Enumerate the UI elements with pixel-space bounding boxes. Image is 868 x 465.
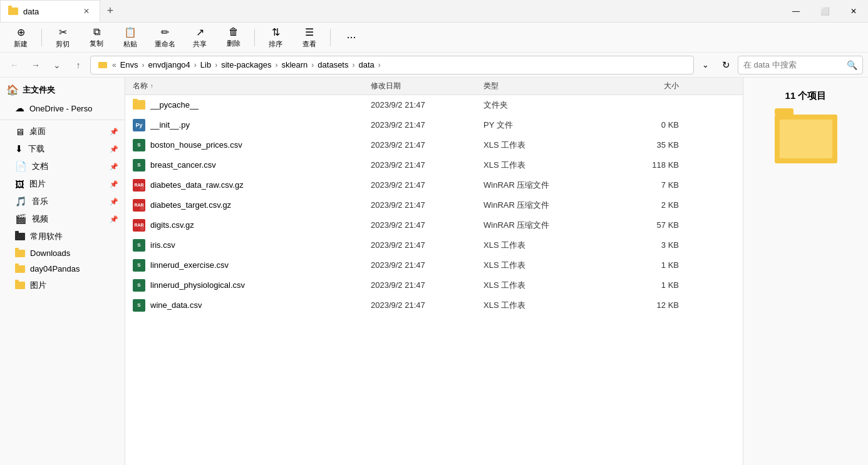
downloads-icon: ⬇ [15, 143, 23, 155]
breadcrumb-bar[interactable]: « Envs › envdjango4 › Lib › site-package… [90, 56, 694, 74]
file-date-cell: 2023/9/2 21:47 [368, 99, 481, 111]
copy-button[interactable]: ⧉ 复制 [81, 25, 112, 50]
rename-button[interactable]: ✏ 重命名 [148, 25, 182, 50]
sidebar-item-software[interactable]: 常用软件 [0, 228, 125, 245]
column-header-date[interactable]: 修改日期 [368, 79, 481, 93]
cut-icon: ✂ [59, 26, 67, 38]
cut-label: 剪切 [56, 39, 70, 49]
up-button[interactable]: ↑ [69, 56, 88, 74]
sidebar-item-onedrive[interactable]: ☁ OneDrive - Perso [0, 100, 125, 117]
maximize-button[interactable]: ⬜ [810, 0, 839, 22]
sidebar-item-downloads[interactable]: ⬇ 下载 📌 [0, 140, 125, 158]
tab-folder-icon [8, 8, 18, 15]
breadcrumb-item-datasets[interactable]: datasets [315, 59, 351, 71]
column-header-type[interactable]: 类型 [481, 79, 606, 93]
table-row[interactable]: S linnerud_exercise.csv 2023/9/2 21:47 X… [125, 255, 743, 275]
tab-title: data [23, 7, 39, 16]
pin-icon-music: 📌 [110, 198, 118, 206]
table-row[interactable]: RAR diabetes_data_raw.csv.gz 2023/9/2 21… [125, 175, 743, 195]
close-button[interactable]: ✕ [839, 0, 868, 22]
sidebar-pictures2-folder-icon [15, 282, 25, 289]
file-date-cell: 2023/9/2 21:47 [368, 299, 481, 311]
sidebar: 🏠 主文件夹 ☁ OneDrive - Perso 🖥 桌面 📌 ⬇ 下载 📌 … [0, 78, 125, 465]
sort-label: 排序 [269, 39, 282, 49]
back-button[interactable]: ← [5, 56, 24, 74]
sidebar-item-downloads2[interactable]: Downloads [0, 245, 125, 261]
sidebar-home-section[interactable]: 🏠 主文件夹 [0, 80, 125, 100]
sidebar-videos-label: 视频 [32, 213, 105, 225]
pin-icon-downloads: 📌 [110, 145, 118, 153]
table-row[interactable]: S breast_cancer.csv 2023/9/2 21:47 XLS 工… [125, 155, 743, 175]
view-icon: ☰ [305, 26, 314, 38]
new-button[interactable]: ⊕ 新建 [5, 25, 36, 50]
tab-close-button[interactable]: ✕ [81, 6, 92, 17]
file-name-cell: RAR digits.csv.gz [130, 218, 368, 233]
table-row[interactable]: RAR diabetes_target.csv.gz 2023/9/2 21:4… [125, 195, 743, 215]
breadcrumb-item-data[interactable]: data [356, 59, 376, 71]
file-type-cell: XLS 工作表 [481, 238, 606, 252]
rename-icon: ✏ [161, 26, 169, 38]
file-name-cell: RAR diabetes_target.csv.gz [130, 198, 368, 213]
folder-icon [133, 100, 145, 110]
more-button[interactable]: ··· [336, 25, 367, 50]
preview-panel: 11 个项目 [743, 78, 868, 465]
paste-button[interactable]: 📋 粘贴 [115, 25, 146, 50]
address-bar: ← → ⌄ ↑ « Envs › envdjango4 › Lib › site… [0, 53, 868, 78]
sort-button[interactable]: ⇅ 排序 [260, 25, 291, 50]
forward-button[interactable]: → [26, 56, 45, 74]
table-row[interactable]: Py __init__.py 2023/9/2 21:47 PY 文件 0 KB [125, 115, 743, 135]
sidebar-item-pictures[interactable]: 🖼 图片 📌 [0, 175, 125, 193]
refresh-button[interactable]: ↻ [716, 56, 735, 74]
breadcrumb-item-lib[interactable]: Lib [198, 59, 214, 71]
table-row[interactable]: S wine_data.csv 2023/9/2 21:47 XLS 工作表 1… [125, 295, 743, 315]
csv-icon: S [133, 259, 145, 272]
sidebar-item-music[interactable]: 🎵 音乐 📌 [0, 193, 125, 210]
sidebar-item-videos[interactable]: 🎬 视频 📌 [0, 210, 125, 228]
file-type-cell: XLS 工作表 [481, 158, 606, 172]
share-button[interactable]: ↗ 共享 [184, 25, 215, 50]
active-tab[interactable]: data ✕ [0, 0, 100, 22]
table-row[interactable]: S linnerud_physiological.csv 2023/9/2 21… [125, 275, 743, 295]
breadcrumb-item-sklearn[interactable]: sklearn [279, 59, 310, 71]
breadcrumb-site-packages-label: site-packages [221, 60, 271, 69]
gz-icon: RAR [133, 219, 145, 232]
table-row[interactable]: __pycache__ 2023/9/2 21:47 文件夹 [125, 95, 743, 115]
view-button[interactable]: ☰ 查看 [294, 25, 325, 50]
cut-button[interactable]: ✂ 剪切 [47, 25, 78, 50]
sidebar-item-pictures2[interactable]: 图片 [0, 277, 125, 294]
file-date-cell: 2023/9/2 21:47 [368, 259, 481, 271]
breadcrumb-item-envdjango4[interactable]: envdjango4 [146, 59, 193, 71]
table-row[interactable]: S iris.csv 2023/9/2 21:47 XLS 工作表 3 KB [125, 235, 743, 255]
file-size-cell: 2 KB [606, 199, 681, 211]
sidebar-downloads2-folder-icon [15, 250, 25, 257]
csv-icon: S [133, 279, 145, 292]
address-dropdown-button[interactable]: ⌄ [696, 56, 714, 74]
search-box[interactable]: 🔍 [738, 56, 863, 74]
delete-button[interactable]: 🗑 删除 [218, 25, 249, 50]
sidebar-item-desktop[interactable]: 🖥 桌面 📌 [0, 123, 125, 140]
recent-locations-button[interactable]: ⌄ [48, 56, 66, 74]
new-tab-button[interactable]: + [100, 1, 120, 21]
search-input[interactable] [743, 60, 843, 69]
column-header-name[interactable]: 名称 ↑ [130, 79, 368, 93]
column-header-size[interactable]: 大小 [606, 79, 681, 93]
file-name-text: __init__.py [150, 120, 190, 130]
csv-icon: S [133, 159, 145, 171]
file-date-cell: 2023/9/2 21:47 [368, 279, 481, 291]
breadcrumb-item-site-packages[interactable]: site-packages [219, 59, 274, 71]
title-bar: data ✕ + — ⬜ ✕ [0, 0, 868, 23]
file-type-cell: WinRAR 压缩文件 [481, 198, 606, 212]
toolbar-separator-3 [330, 29, 331, 46]
sidebar-item-day04pandas[interactable]: day04Pandas [0, 261, 125, 277]
table-row[interactable]: RAR digits.csv.gz 2023/9/2 21:47 WinRAR … [125, 215, 743, 235]
pin-icon-desktop: 📌 [110, 128, 118, 136]
pictures-icon: 🖼 [15, 179, 24, 190]
table-row[interactable]: S boston_house_prices.csv 2023/9/2 21:47… [125, 135, 743, 155]
minimize-button[interactable]: — [782, 0, 810, 22]
sidebar-item-documents[interactable]: 📄 文档 📌 [0, 158, 125, 175]
breadcrumb-home[interactable] [96, 61, 111, 69]
breadcrumb-item-envs[interactable]: Envs [118, 59, 141, 71]
window-controls: — ⬜ ✕ [782, 0, 868, 22]
file-type-cell: XLS 工作表 [481, 299, 606, 312]
breadcrumb-envdjango4-label: envdjango4 [148, 60, 190, 69]
